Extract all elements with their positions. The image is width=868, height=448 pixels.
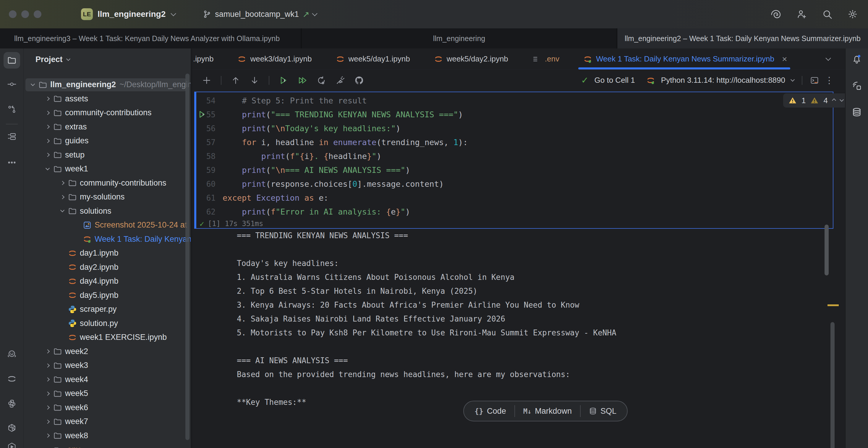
- chevron-down-icon[interactable]: [171, 11, 176, 16]
- chevron-down-icon[interactable]: [57, 210, 67, 213]
- close-button[interactable]: [9, 10, 17, 18]
- tab-list-chevron-icon[interactable]: [826, 55, 831, 61]
- tree-scrollbar[interactable]: [185, 73, 189, 440]
- window-tab[interactable]: llm_engineering3 – Week 1 Task: Kenyan D…: [0, 28, 301, 49]
- remote-dev-icon[interactable]: [852, 81, 862, 91]
- tree-row-week2[interactable]: week2: [24, 345, 191, 359]
- tree-row-guides[interactable]: guides: [24, 134, 191, 148]
- editor-scrollbar[interactable]: [831, 322, 835, 448]
- editor-tab[interactable]: Week 1 Task: Daily Kenyan News Summarize…: [583, 49, 787, 69]
- search-icon[interactable]: [822, 9, 833, 20]
- add-sql-cell-button[interactable]: SQL: [581, 407, 625, 416]
- editor-tab[interactable]: week3/day1.ipynb: [237, 49, 312, 69]
- chevron-right-icon[interactable]: [42, 125, 53, 128]
- chevron-down-icon[interactable]: [42, 167, 53, 170]
- huggingface-icon[interactable]: [7, 349, 17, 359]
- tree-row-week7[interactable]: week7: [24, 415, 191, 429]
- tree-row-solution-py[interactable]: solution.py: [24, 317, 191, 331]
- tree-row-assets[interactable]: assets: [24, 92, 191, 106]
- chevron-right-icon[interactable]: [42, 97, 53, 100]
- tree-row-scraper-py[interactable]: scraper.py: [24, 302, 191, 317]
- tree-row-llm-engineering2[interactable]: llm_engineering2~/Desktop/llm_engineerin…: [24, 78, 191, 92]
- tree-row-week3[interactable]: week3: [24, 358, 191, 373]
- pull-request-icon[interactable]: [7, 105, 17, 114]
- more-vertical-icon[interactable]: ⋮: [825, 75, 834, 86]
- tree-row-community-contributions[interactable]: community-contributions: [24, 106, 191, 120]
- editor-tab[interactable]: week5/day1.ipynb: [336, 49, 410, 69]
- close-icon[interactable]: ×: [782, 54, 787, 64]
- services-icon[interactable]: [7, 442, 17, 448]
- commit-icon[interactable]: [7, 79, 17, 89]
- settings-icon[interactable]: [847, 9, 858, 20]
- tree-row-week1[interactable]: week1: [24, 162, 191, 176]
- editor-tab[interactable]: .ipynb: [193, 49, 213, 69]
- github-icon[interactable]: [354, 76, 364, 85]
- tree-row-week4[interactable]: week4: [24, 373, 191, 387]
- tree-row-week8[interactable]: week8: [24, 429, 191, 443]
- restart-kernel-icon[interactable]: [317, 76, 326, 85]
- jupyter-console-icon[interactable]: [810, 76, 819, 85]
- project-name[interactable]: llm_engineering2: [98, 9, 165, 19]
- python-packages-icon[interactable]: [7, 423, 17, 433]
- inspections-widget[interactable]: 14: [783, 93, 845, 107]
- tree-row--env[interactable]: .env: [24, 443, 191, 448]
- chevron-right-icon[interactable]: [42, 406, 53, 409]
- tree-row-solutions[interactable]: solutions: [24, 204, 191, 218]
- add-user-icon[interactable]: [797, 9, 807, 20]
- window-tab[interactable]: llm_engineering: [301, 28, 617, 49]
- run-cell-gutter-icon[interactable]: [197, 109, 207, 119]
- prev-warning-icon[interactable]: [832, 98, 836, 102]
- zoom-button[interactable]: [34, 10, 41, 18]
- tree-row-day5-ipynb[interactable]: day5.ipynb: [24, 288, 191, 302]
- goto-cell-button[interactable]: Go to Cell 1: [594, 76, 635, 85]
- chevron-down-icon[interactable]: [28, 83, 38, 86]
- chevron-right-icon[interactable]: [57, 196, 67, 199]
- chevron-right-icon[interactable]: [57, 182, 67, 184]
- move-up-icon[interactable]: [231, 76, 240, 85]
- chevron-right-icon[interactable]: [42, 420, 53, 423]
- tree-row-setup[interactable]: setup: [24, 148, 191, 162]
- editor-tab[interactable]: .env: [532, 49, 559, 69]
- chevron-right-icon[interactable]: [42, 392, 53, 395]
- tree-row-screenshot-2025-10-24-at[interactable]: Screenshot 2025-10-24 at: [24, 218, 191, 232]
- add-markdown-cell-button[interactable]: M↓Markdown: [515, 407, 580, 416]
- chevron-right-icon[interactable]: [42, 111, 53, 115]
- output-scrollbar[interactable]: [825, 225, 829, 276]
- chevron-right-icon[interactable]: [42, 378, 53, 381]
- tree-row-week6[interactable]: week6: [24, 401, 191, 415]
- tree-row-my-solutions[interactable]: my-solutions: [24, 190, 191, 204]
- jupyter-tool-icon[interactable]: [7, 374, 17, 384]
- tree-row-extras[interactable]: extras: [24, 120, 191, 134]
- ai-assistant-icon[interactable]: [771, 9, 782, 20]
- chevron-right-icon[interactable]: [42, 139, 53, 142]
- tree-row-day1-ipynb[interactable]: day1.ipynb: [24, 246, 191, 260]
- tree-row-day4-ipynb[interactable]: day4.ipynb: [24, 274, 191, 288]
- tree-row-week5[interactable]: week5: [24, 387, 191, 401]
- chevron-down-icon[interactable]: [790, 77, 795, 82]
- notebook-code-cell[interactable]: 54# Step 5: Print the result55print("===…: [194, 92, 833, 229]
- tree-row-community-contributions[interactable]: community-contributions: [24, 176, 191, 190]
- clear-outputs-icon[interactable]: [336, 76, 345, 85]
- chevron-right-icon[interactable]: [42, 434, 53, 437]
- tree-row-day2-ipynb[interactable]: day2.ipynb: [24, 260, 191, 275]
- python-console-icon[interactable]: [7, 399, 17, 408]
- branch-widget[interactable]: samuel_bootcamp_wk1 ↗: [203, 9, 317, 19]
- database-icon[interactable]: [852, 107, 862, 117]
- more-icon[interactable]: [7, 158, 17, 167]
- window-controls[interactable]: [0, 10, 46, 18]
- move-down-icon[interactable]: [250, 76, 259, 85]
- window-tab-active[interactable]: llm_engineering2 – Week 1 Task: Daily Ke…: [617, 28, 868, 49]
- add-cell-icon[interactable]: [202, 76, 211, 85]
- project-panel-header[interactable]: Project: [24, 49, 191, 64]
- kernel-selector[interactable]: Python 3.11.14: http://localhost:8890: [661, 76, 785, 85]
- chevron-right-icon[interactable]: [42, 364, 53, 367]
- minimize-button[interactable]: [21, 10, 29, 18]
- structure-icon[interactable]: [7, 132, 17, 141]
- tree-row-week1-exercise-ipynb[interactable]: week1 EXERCISE.ipynb: [24, 330, 191, 345]
- tree-row-week-1-task-daily-kenyan[interactable]: Week 1 Task: Daily Kenyan: [24, 232, 191, 247]
- add-code-cell-button[interactable]: {}Code: [466, 407, 515, 416]
- chevron-right-icon[interactable]: [42, 350, 53, 353]
- project-folder-icon[interactable]: [4, 52, 20, 69]
- chevron-right-icon[interactable]: [42, 153, 53, 156]
- editor-tab[interactable]: week5/day2.ipynb: [434, 49, 508, 69]
